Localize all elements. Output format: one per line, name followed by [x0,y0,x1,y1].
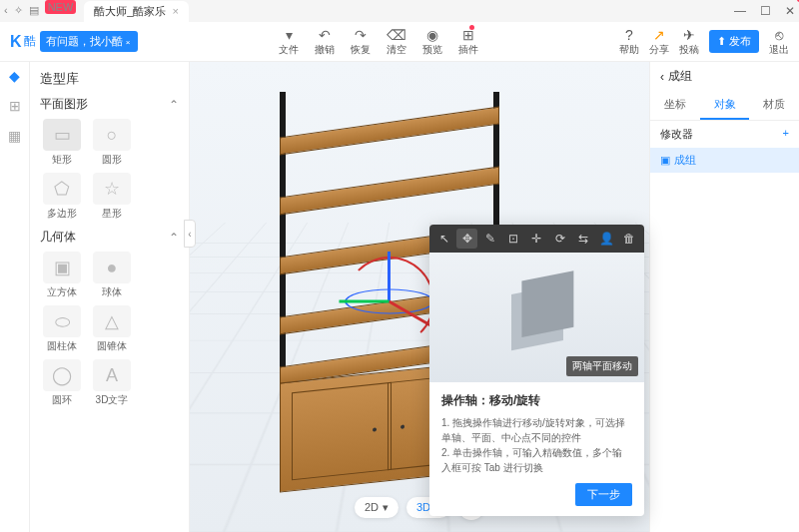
view-2d-button[interactable]: 2D▾ [355,497,399,518]
left-rail: ◆ ⊞ ▦ [0,62,30,532]
help-icon: ? [625,27,633,43]
undo-icon: ↶ [319,27,331,43]
shape-cylinder[interactable]: ⬭圆柱体 [40,305,84,353]
app-logo-text: 酷 [24,33,36,50]
tab-object[interactable]: 对象 [700,91,750,120]
file-icon[interactable]: ▤ [29,4,39,18]
properties-panel: ‹成组 坐标 对象 材质 修改器 + ▣成组 [649,62,799,532]
tutorial-image-label: 两轴平面移动 [566,356,638,376]
tooltip-close-icon[interactable]: × [126,38,131,47]
tut-delete-icon[interactable]: 🗑 [619,229,640,249]
app-header: K 酷 有问题，找小酷 × ▾文件 ↶撤销 ↷恢复 ⌫清空 ◉预览 ⊞插件 ?帮… [0,22,799,62]
library-title: 造型库 [40,70,179,88]
titlebar-icons: ‹ ✧ ▤ NEW [4,4,76,18]
modifier-section: 修改器 + [650,121,799,148]
tut-flip-icon[interactable]: ⇆ [572,229,593,249]
share-icon: ↗ [653,27,665,43]
tutorial-next-button[interactable]: 下一步 [575,483,632,506]
shape-star[interactable]: ☆星形 [90,173,134,221]
tut-user-icon[interactable]: 👤 [596,229,617,249]
tab-material[interactable]: 材质 [749,91,799,120]
tut-edit-icon[interactable]: ✎ [479,229,500,249]
tutorial-popup: ↖ ✥ ✎ ⊡ ✛ ⟳ ⇆ 👤 🗑 两轴平面移动 操作轴：移动/旋转 1. 拖拽… [429,225,644,516]
app-logo: K [10,33,22,51]
help-tooltip[interactable]: 有问题，找小酷 × [40,31,139,52]
menu-help[interactable]: ?帮助 [619,27,639,57]
menu-file[interactable]: ▾文件 [279,27,299,57]
shapes-2d-grid: ▭矩形 ○圆形 ⬠多边形 ☆星形 [40,119,179,221]
upload-icon: ⬆ [717,35,726,48]
header-center-menu: ▾文件 ↶撤销 ↷恢复 ⌫清空 ◉预览 ⊞插件 [279,27,478,57]
section-3d-solids[interactable]: 几何体 ⌃ [40,229,179,246]
tut-cursor-icon[interactable]: ↖ [433,229,454,249]
menu-preview[interactable]: ◉预览 [422,27,442,57]
browser-tab[interactable]: 酷大师_酷家乐 × [84,1,189,22]
chevron-left-icon[interactable]: ‹ [660,70,664,84]
window-controls: — ☐ ✕ [734,4,795,18]
shape-circle[interactable]: ○圆形 [90,119,134,167]
header-right-menu: ?帮助 ↗分享 ✈投稿 ⬆发布 ⎋退出 [619,27,789,57]
minimize-icon[interactable]: — [734,4,746,18]
panel-tabs: 坐标 对象 材质 [650,91,799,121]
new-badge: NEW [45,0,77,14]
tab-close-icon[interactable]: × [172,5,178,17]
tut-rotate-icon[interactable]: ⟳ [549,229,570,249]
back-icon[interactable]: ‹ [4,4,8,18]
rail-shapes-icon[interactable]: ◆ [9,68,20,84]
add-modifier-icon[interactable]: + [783,127,789,142]
modifier-item-group[interactable]: ▣成组 [650,148,799,173]
tutorial-body: 操作轴：移动/旋转 1. 拖拽操作轴进行移动/旋转对象，可选择单轴、平面、中心点… [429,382,644,516]
tutorial-toolbar: ↖ ✥ ✎ ⊡ ✛ ⟳ ⇆ 👤 🗑 [429,225,644,253]
submit-icon: ✈ [683,27,695,43]
tab-title: 酷大师_酷家乐 [94,4,166,19]
tutorial-text-1: 1. 拖拽操作轴进行移动/旋转对象，可选择单轴、平面、中心点不同的控件 [441,415,632,445]
shapes-3d-grid: ▣立方体 ●球体 ⬭圆柱体 △圆锥体 ◯圆环 A3D文字 [40,252,179,407]
menu-redo[interactable]: ↷恢复 [351,27,371,57]
chevron-up-icon: ⌃ [169,231,179,245]
library-panel: 造型库 平面图形 ⌃ ▭矩形 ○圆形 ⬠多边形 ☆星形 几何体 ⌃ ▣立方体 ●… [30,62,190,532]
shape-cone[interactable]: △圆锥体 [90,305,134,353]
tut-drag-icon[interactable]: ✛ [526,229,547,249]
rail-materials-icon[interactable]: ⊞ [9,98,21,114]
menu-clear[interactable]: ⌫清空 [387,27,406,57]
shape-cube[interactable]: ▣立方体 [40,252,84,299]
bookmark-icon[interactable]: ✧ [14,4,23,18]
rail-layers-icon[interactable]: ▦ [8,128,21,144]
shape-3dtext[interactable]: A3D文字 [90,359,134,407]
main-area: ◆ ⊞ ▦ 造型库 平面图形 ⌃ ▭矩形 ○圆形 ⬠多边形 ☆星形 几何体 ⌃ … [0,62,799,532]
menu-submit[interactable]: ✈投稿 [679,27,699,57]
shape-sphere[interactable]: ●球体 [90,252,134,299]
redo-icon: ↷ [355,27,367,43]
tut-snap-icon[interactable]: ⊡ [503,229,524,249]
close-icon[interactable]: ✕ [785,4,795,18]
window-titlebar: ‹ ✧ ▤ NEW 酷大师_酷家乐 × — ☐ ✕ [0,0,799,22]
tutorial-text-2: 2. 单击操作轴，可输入精确数值，多个输入框可按 Tab 进行切换 [441,445,632,475]
menu-exit[interactable]: ⎋退出 [769,27,789,57]
notification-dot [469,25,474,30]
shape-torus[interactable]: ◯圆环 [40,359,84,407]
section-2d-shapes[interactable]: 平面图形 ⌃ [40,96,179,113]
group-icon: ▣ [660,154,670,167]
maximize-icon[interactable]: ☐ [760,4,771,18]
collapse-sidebar-button[interactable]: ‹ [184,220,196,248]
shape-rectangle[interactable]: ▭矩形 [40,119,84,167]
tutorial-title: 操作轴：移动/旋转 [441,392,632,409]
tutorial-image: 两轴平面移动 [429,253,644,382]
menu-plugin[interactable]: ⊞插件 [458,27,478,57]
clear-icon: ⌫ [387,27,406,43]
exit-icon: ⎋ [775,27,783,43]
chevron-down-icon: ▾ [383,501,389,514]
panel-title: ‹成组 [650,62,799,91]
shape-polygon[interactable]: ⬠多边形 [40,173,84,221]
menu-undo[interactable]: ↶撤销 [315,27,335,57]
tab-coordinates[interactable]: 坐标 [650,91,700,120]
menu-share[interactable]: ↗分享 [649,27,669,57]
file-icon: ▾ [286,27,293,43]
preview-icon: ◉ [426,27,438,43]
chevron-up-icon: ⌃ [169,98,179,112]
publish-button[interactable]: ⬆发布 [709,30,759,53]
tut-move-icon[interactable]: ✥ [456,229,477,249]
